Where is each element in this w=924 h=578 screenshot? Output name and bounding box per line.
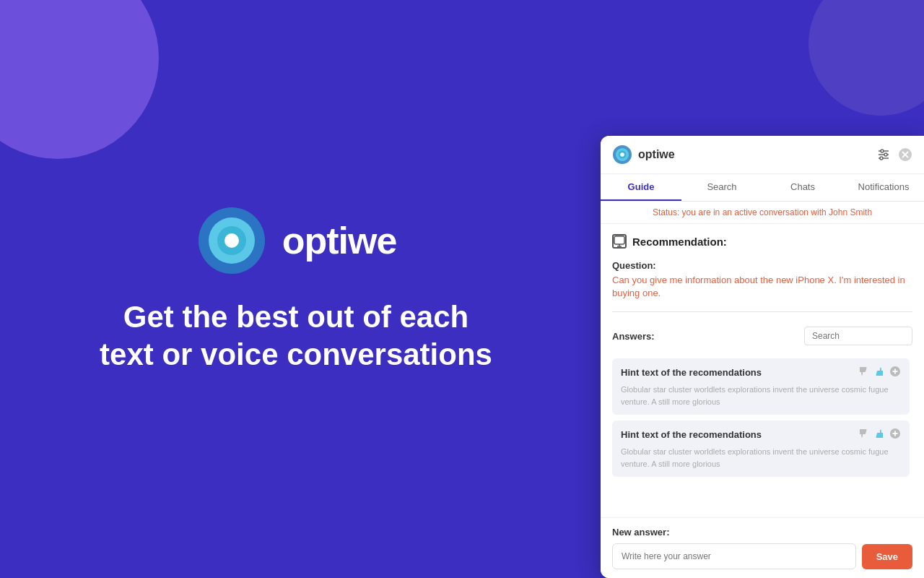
- answers-header: Answers:: [612, 327, 912, 345]
- recommendation-header: Recommendation:: [612, 234, 912, 249]
- new-answer-label: New answer:: [612, 527, 912, 538]
- widget-status: Status: you are in an active conversatio…: [601, 202, 924, 224]
- widget-header-actions: [876, 147, 912, 162]
- brand-name: optiwe: [282, 219, 397, 262]
- widget-tabs: Guide Search Chats Notifications: [601, 174, 924, 202]
- answer-card-1-header: Hint text of the recomendations: [621, 366, 901, 379]
- answer-card-2-title: Hint text of the recomendations: [621, 429, 762, 440]
- answers-list: Hint text of the recomendations: [612, 354, 912, 507]
- tab-guide[interactable]: Guide: [601, 174, 681, 201]
- answer-card-2-body: Globular star cluster worldlets explorat…: [621, 446, 901, 470]
- tab-chats[interactable]: Chats: [762, 174, 843, 201]
- widget-brand: optiwe: [612, 144, 675, 165]
- svg-point-11: [881, 150, 884, 152]
- add-icon-2[interactable]: [889, 428, 901, 441]
- answer-card-1-body: Globular star cluster worldlets explorat…: [621, 384, 901, 407]
- close-icon[interactable]: [898, 147, 912, 162]
- svg-rect-17: [614, 236, 624, 244]
- widget-header: optiwe: [601, 136, 924, 174]
- answer-card-1: Hint text of the recomendations: [612, 358, 910, 415]
- widget-panel: optiwe G: [601, 136, 924, 578]
- new-answer-section: New answer: Save: [601, 517, 924, 578]
- widget-brand-name: optiwe: [638, 148, 675, 161]
- divider: [612, 311, 912, 312]
- tab-notifications[interactable]: Notifications: [843, 174, 924, 201]
- new-answer-row: Save: [612, 543, 912, 569]
- question-label: Question:: [612, 260, 912, 271]
- recommendation-icon: [612, 234, 627, 249]
- answer-card-2-header: Hint text of the recomendations: [621, 428, 901, 441]
- answer-card-2-actions: [858, 428, 901, 441]
- logo-area: optiwe: [196, 204, 397, 277]
- widget-brand-icon: [612, 144, 632, 165]
- widget-content: Recommendation: Question: Can you give m…: [601, 224, 924, 517]
- question-text: Can you give me information about the ne…: [612, 274, 912, 300]
- answers-label: Answers:: [612, 331, 655, 342]
- svg-point-3: [225, 233, 239, 248]
- question-section: Question: Can you give me information ab…: [612, 257, 912, 300]
- thumbs-down-icon-1[interactable]: [858, 366, 869, 379]
- answer-card-2: Hint text of the recomendations: [612, 420, 910, 477]
- settings-icon[interactable]: [876, 147, 891, 162]
- hero-tagline: Get the best out of each text or voice c…: [100, 298, 492, 374]
- thumbs-up-icon-1[interactable]: [873, 366, 885, 379]
- tab-search[interactable]: Search: [681, 174, 762, 201]
- svg-point-12: [884, 153, 887, 156]
- svg-point-13: [880, 157, 883, 160]
- save-button[interactable]: Save: [862, 544, 912, 569]
- svg-point-7: [620, 152, 624, 157]
- thumbs-up-icon-2[interactable]: [873, 428, 885, 441]
- thumbs-down-icon-2[interactable]: [858, 428, 869, 441]
- new-answer-input[interactable]: [612, 543, 856, 569]
- answers-search-input[interactable]: [804, 327, 912, 345]
- logo-icon: [196, 204, 268, 277]
- hero-section: optiwe Get the best out of each text or …: [0, 0, 592, 578]
- answer-card-1-actions: [858, 366, 901, 379]
- recommendation-title: Recommendation:: [632, 236, 727, 248]
- add-icon-1[interactable]: [889, 366, 901, 379]
- answer-card-1-title: Hint text of the recomendations: [621, 367, 762, 378]
